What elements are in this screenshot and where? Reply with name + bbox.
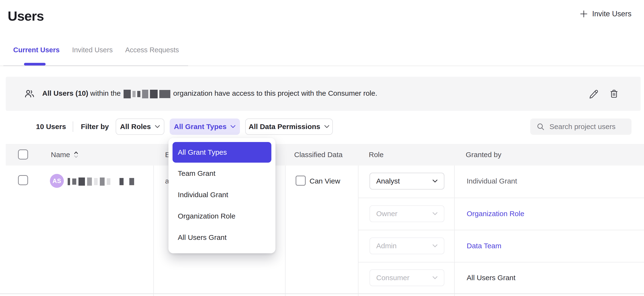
chevron-down-icon	[432, 244, 438, 248]
can-view-checkbox[interactable]	[296, 176, 306, 186]
column-header-granted-by: Granted by	[466, 144, 501, 166]
all-data-permissions-label: All Data Permissions	[248, 122, 320, 131]
invite-users-button[interactable]: Invite Users	[580, 10, 632, 18]
banner-actions	[589, 77, 619, 111]
chevron-down-icon	[432, 180, 438, 183]
row-checkbox[interactable]	[18, 175, 28, 185]
can-view-label: Can View	[310, 176, 340, 186]
avatar: AS	[50, 174, 64, 188]
granted-by-link[interactable]: Data Team	[467, 241, 502, 251]
page-title: Users	[8, 8, 44, 24]
redacted-org-name	[124, 90, 170, 98]
search-icon	[536, 122, 545, 131]
all-users-banner: All Users (10) within theorganization ha…	[6, 77, 641, 111]
column-header-classified-data: Classified Data	[294, 144, 343, 166]
dropdown-item-team-grant[interactable]: Team Grant	[172, 163, 271, 184]
tab-bar: Current Users Invited Users Access Reque…	[13, 46, 179, 54]
banner-after-redaction: organization have access to this project…	[173, 89, 377, 97]
column-divider	[285, 166, 286, 296]
column-header-name[interactable]: Name	[51, 144, 79, 166]
invite-users-label: Invite Users	[592, 10, 632, 18]
dropdown-item-individual-grant[interactable]: Individual Grant	[172, 184, 271, 205]
all-grant-types-filter[interactable]: All Grant Types	[170, 118, 240, 135]
chevron-down-icon	[324, 125, 330, 128]
chevron-down-icon	[432, 276, 438, 280]
users-count: 10 Users	[36, 118, 66, 135]
column-divider	[454, 166, 455, 296]
banner-before-redaction: within the	[90, 89, 121, 97]
granted-by-value: Individual Grant	[467, 176, 517, 186]
chevron-down-icon	[230, 125, 236, 128]
all-data-permissions-filter[interactable]: All Data Permissions	[245, 118, 333, 135]
role-row-divider	[358, 230, 644, 230]
banner-bold: All Users (10)	[42, 89, 88, 97]
column-divider	[358, 166, 358, 296]
edit-pencil-icon[interactable]	[589, 89, 599, 99]
role-row-divider	[358, 262, 644, 262]
dropdown-item-all-users-grant[interactable]: All Users Grant	[172, 227, 271, 248]
granted-by-link[interactable]: Organization Role	[467, 209, 524, 218]
role-select-consumer: Consumer	[370, 269, 444, 286]
active-tab-indicator	[24, 63, 46, 66]
tab-invited-users[interactable]: Invited Users	[72, 46, 112, 54]
divider	[73, 121, 73, 132]
users-admin-page: Users Invite Users Current Users Invited…	[0, 0, 644, 296]
tab-current-users[interactable]: Current Users	[13, 46, 60, 54]
plus-icon	[580, 10, 588, 18]
chevron-down-icon	[432, 212, 438, 216]
granted-by-value: All Users Grant	[467, 273, 516, 282]
role-select-admin: Admin	[370, 238, 444, 254]
filter-row: 10 Users Filter by All Roles All Grant T…	[0, 118, 644, 135]
dropdown-item-all-grant-types[interactable]: All Grant Types	[172, 142, 271, 163]
trash-icon[interactable]	[609, 89, 619, 99]
all-roles-label: All Roles	[120, 122, 151, 131]
sort-icon[interactable]	[74, 151, 79, 158]
select-all-checkbox[interactable]	[18, 150, 28, 160]
all-grant-types-label: All Grant Types	[174, 122, 227, 131]
role-select-analyst[interactable]: Analyst	[370, 173, 444, 190]
column-divider	[153, 166, 154, 296]
search-input[interactable]	[550, 122, 627, 131]
people-icon	[24, 88, 35, 99]
table-body: AS a Can View Analyst Individual Grant O…	[6, 166, 644, 296]
role-select-owner: Owner	[370, 205, 444, 222]
all-roles-filter[interactable]: All Roles	[116, 118, 164, 135]
filter-by-label: Filter by	[81, 118, 109, 135]
role-row-divider	[358, 198, 644, 198]
chevron-down-icon	[155, 125, 160, 128]
grant-types-dropdown-menu: All Grant Types Team Grant Individual Gr…	[168, 138, 276, 253]
search-box	[530, 118, 632, 135]
redacted-user-name	[68, 177, 134, 186]
tab-access-requests[interactable]: Access Requests	[125, 46, 179, 54]
row-divider	[0, 293, 644, 294]
column-header-role: Role	[369, 144, 384, 166]
table-header: Name Email Classified Data Role Granted …	[6, 144, 644, 166]
dropdown-item-organization-role[interactable]: Organization Role	[172, 205, 271, 227]
banner-text: All Users (10) within theorganization ha…	[42, 89, 377, 98]
